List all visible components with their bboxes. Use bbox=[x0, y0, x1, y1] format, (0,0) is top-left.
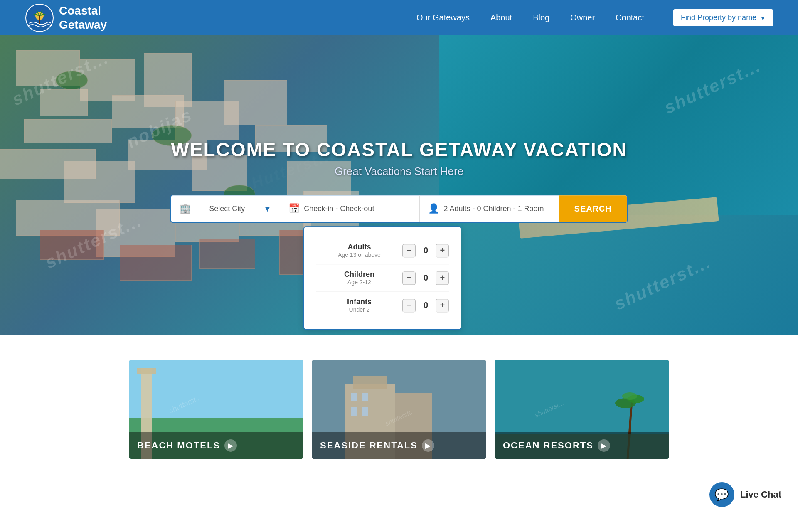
beach-motels-text: BEACH MOTELS bbox=[137, 440, 220, 451]
seaside-rentals-card[interactable]: shutterstc SEASIDE RENTALS ▶ bbox=[312, 360, 486, 459]
chat-bubble: 💬 bbox=[709, 482, 734, 484]
search-bar: 🏢 Select City ▼ 📅 Check-in - Check-out 👤… bbox=[170, 195, 628, 223]
hero-title: WELCOME TO COASTAL GETAWAY VACATION bbox=[170, 138, 628, 161]
svg-rect-12 bbox=[351, 393, 357, 401]
beach-motels-card[interactable]: shutterst... BEACH MOTELS ▶ bbox=[129, 360, 303, 459]
ocean-resorts-text: OCEAN RESORTS bbox=[503, 440, 594, 451]
infants-sublabel: Under 2 bbox=[316, 306, 402, 313]
hero-content: WELCOME TO COASTAL GETAWAY VACATION Grea… bbox=[170, 138, 628, 223]
ocean-resorts-play-icon: ▶ bbox=[598, 439, 610, 452]
guests-text: 2 Adults - 0 Children - 1 Room bbox=[443, 204, 544, 213]
children-value: 0 bbox=[421, 273, 430, 283]
svg-rect-14 bbox=[351, 407, 357, 416]
nav-item-gateways[interactable]: Our Gateways bbox=[416, 13, 470, 22]
children-counter: − 0 + bbox=[402, 271, 449, 285]
find-property-label: Find Property by name bbox=[681, 13, 756, 22]
adults-increment-button[interactable]: + bbox=[436, 244, 449, 257]
guest-dropdown: Adults Age 13 or above − 0 + Children bbox=[303, 226, 461, 330]
header: Coastal Getaway Our Gateways About Blog … bbox=[0, 0, 798, 35]
infants-value: 0 bbox=[421, 300, 430, 310]
children-title: Children bbox=[316, 270, 402, 279]
logo-text: Coastal Getaway bbox=[59, 4, 107, 32]
adults-row: Adults Age 13 or above − 0 + bbox=[316, 237, 449, 264]
svg-point-21 bbox=[622, 392, 637, 400]
seaside-rentals-text: SEASIDE RENTALS bbox=[320, 440, 418, 451]
children-increment-button[interactable]: + bbox=[436, 271, 449, 285]
infants-label: Infants Under 2 bbox=[316, 298, 402, 313]
adults-sublabel: Age 13 or above bbox=[316, 251, 402, 258]
beach-motels-play-icon: ▶ bbox=[224, 439, 237, 452]
seaside-rentals-play-icon: ▶ bbox=[422, 439, 434, 452]
live-chat-widget[interactable]: 💬 Live Chat bbox=[709, 482, 781, 484]
beach-motels-label: BEACH MOTELS ▶ bbox=[129, 432, 303, 459]
search-button[interactable]: SEARCH bbox=[559, 195, 627, 222]
calendar-icon: 📅 bbox=[288, 203, 300, 214]
property-cards-row: shutterst... BEACH MOTELS ▶ bbox=[25, 360, 773, 459]
children-label: Children Age 2-12 bbox=[316, 270, 402, 286]
nav-item-owner[interactable]: Owner bbox=[570, 13, 595, 22]
city-icon: 🏢 bbox=[180, 203, 191, 214]
hero-section: shutterst... nobijas shutterst... shutte… bbox=[0, 35, 798, 335]
seaside-rentals-label: SEASIDE RENTALS ▶ bbox=[312, 432, 486, 459]
city-dropdown-icon: ▼ bbox=[264, 204, 272, 214]
logo-icon bbox=[25, 3, 54, 32]
children-decrement-button[interactable]: − bbox=[402, 271, 416, 285]
adults-value: 0 bbox=[421, 246, 430, 255]
ocean-resorts-label: OCEAN RESORTS ▶ bbox=[495, 432, 669, 459]
svg-rect-10 bbox=[353, 376, 387, 389]
guests-icon: 👤 bbox=[428, 203, 439, 214]
city-selector[interactable]: 🏢 Select City ▼ bbox=[171, 195, 280, 222]
main-nav: Our Gateways About Blog Owner Contact Fi… bbox=[416, 9, 773, 26]
below-hero-section: shutterst... BEACH MOTELS ▶ bbox=[0, 335, 798, 484]
svg-rect-13 bbox=[362, 393, 368, 401]
infants-increment-button[interactable]: + bbox=[436, 299, 449, 312]
logo[interactable]: Coastal Getaway bbox=[25, 3, 107, 32]
ocean-resorts-card[interactable]: shutterst... OCEAN RESORTS ▶ bbox=[495, 360, 669, 459]
infants-row: Infants Under 2 − 0 + bbox=[316, 292, 449, 319]
infants-title: Infants bbox=[316, 298, 402, 306]
nav-item-about[interactable]: About bbox=[490, 13, 512, 22]
guests-selector[interactable]: 👤 2 Adults - 0 Children - 1 Room Adults … bbox=[420, 195, 559, 222]
dates-text: Check-in - Check-out bbox=[304, 204, 374, 213]
nav-item-blog[interactable]: Blog bbox=[533, 13, 549, 22]
children-row: Children Age 2-12 − 0 + bbox=[316, 264, 449, 292]
date-picker[interactable]: 📅 Check-in - Check-out bbox=[280, 195, 420, 222]
find-property-dropdown-icon: ▼ bbox=[760, 15, 766, 21]
city-text: Select City bbox=[195, 204, 259, 213]
nav-item-contact[interactable]: Contact bbox=[616, 13, 644, 22]
adults-decrement-button[interactable]: − bbox=[402, 244, 416, 257]
children-sublabel: Age 2-12 bbox=[316, 279, 402, 286]
hero-subtitle: Great Vacations Start Here bbox=[170, 165, 628, 178]
svg-rect-6 bbox=[137, 368, 156, 374]
adults-label: Adults Age 13 or above bbox=[316, 243, 402, 258]
svg-rect-15 bbox=[362, 407, 368, 416]
find-property-button[interactable]: Find Property by name ▼ bbox=[673, 9, 773, 26]
infants-counter: − 0 + bbox=[402, 299, 449, 312]
adults-counter: − 0 + bbox=[402, 244, 449, 257]
infants-decrement-button[interactable]: − bbox=[402, 299, 416, 312]
adults-title: Adults bbox=[316, 243, 402, 251]
